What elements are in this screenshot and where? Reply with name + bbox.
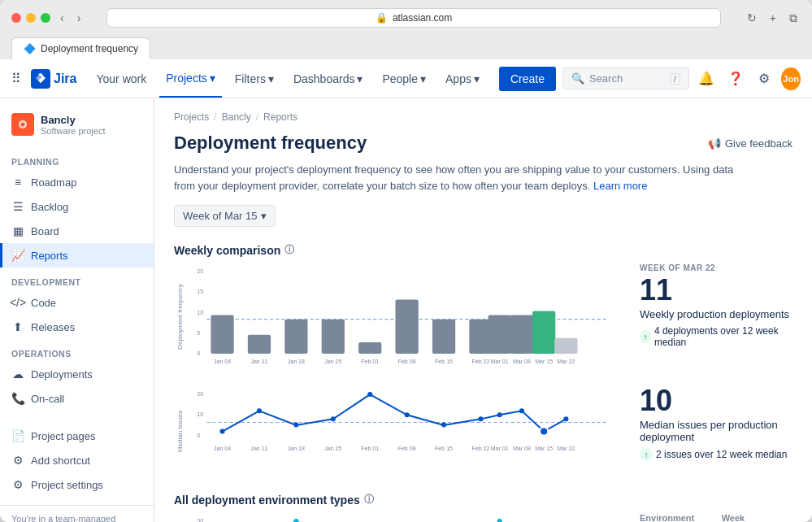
refresh-button[interactable]: ↻ — [744, 10, 760, 26]
tabs-button[interactable]: ⧉ — [786, 10, 801, 27]
svg-text:Jan 25: Jan 25 — [324, 446, 341, 451]
new-tab-button[interactable]: + — [766, 10, 779, 26]
env-line-chart-area: 30 20 — [174, 513, 617, 522]
close-button[interactable] — [11, 13, 21, 23]
address-bar[interactable]: 🔒 atlassian.com — [106, 8, 720, 28]
minimize-button[interactable] — [26, 13, 36, 23]
search-box[interactable]: 🔍 Search / — [562, 67, 689, 89]
week-selector[interactable]: Week of Mar 15 ▾ — [174, 205, 276, 227]
learn-more-link[interactable]: Learn more — [593, 180, 647, 192]
issues-chart-wrapper: Median issues 20 10 0 — [174, 386, 792, 480]
avatar[interactable]: Jon — [781, 67, 801, 90]
browser-tab[interactable]: 🔷 Deployment frequency — [11, 37, 150, 59]
jira-logo[interactable]: Jira — [31, 69, 76, 89]
svg-text:Mar 15: Mar 15 — [535, 446, 553, 451]
notifications-button[interactable]: 🔔 — [696, 66, 718, 92]
sidebar-label-code: Code — [31, 297, 56, 309]
sidebar-item-on-call[interactable]: 📞 On-call — [0, 386, 154, 411]
bar-jan25 — [322, 320, 345, 354]
svg-text:10: 10 — [197, 412, 203, 418]
reports-icon: 📈 — [11, 249, 24, 262]
sidebar-label-on-call: On-call — [31, 393, 64, 405]
sidebar-item-deployments[interactable]: ☁ Deployments — [0, 362, 154, 386]
test-point-9 — [497, 519, 502, 522]
sidebar-item-board[interactable]: ▦ Board — [0, 219, 154, 243]
sidebar-item-project-settings[interactable]: ⚙ Project settings — [0, 472, 154, 497]
roadmap-icon: ≡ — [11, 176, 24, 189]
svg-text:Jan 04: Jan 04 — [214, 446, 231, 451]
bar-mar15 — [532, 311, 555, 354]
svg-text:Mar 08: Mar 08 — [513, 359, 531, 364]
svg-point-1 — [21, 123, 25, 127]
page-title-row: Deployment frequency 📢 Give feedback — [174, 133, 792, 154]
feedback-button[interactable]: 📢 Give feedback — [708, 137, 792, 150]
nav-filters[interactable]: Filters ▾ — [228, 72, 280, 85]
breadcrumb-projects[interactable]: Projects — [174, 111, 209, 123]
point-feb15 — [441, 423, 446, 428]
point-jan04 — [220, 429, 225, 434]
forward-button[interactable]: › — [74, 10, 85, 26]
point-mar22 — [563, 417, 568, 422]
sidebar-item-roadmap[interactable]: ≡ Roadmap — [0, 170, 154, 194]
point-feb08 — [405, 412, 410, 417]
sidebar-item-project-pages[interactable]: 📄 Project pages — [0, 424, 154, 448]
planning-section-label: PLANNING — [0, 147, 154, 170]
code-icon: </> — [11, 296, 24, 309]
project-header: Bancly Software project — [0, 108, 154, 147]
breadcrumb-bancly[interactable]: Bancly — [222, 111, 251, 123]
search-label: Search — [589, 72, 623, 85]
back-button[interactable]: ‹ — [57, 10, 67, 26]
sidebar-label-board: Board — [31, 225, 59, 237]
maximize-button[interactable] — [41, 13, 50, 23]
svg-text:0: 0 — [197, 433, 200, 438]
sidebar-item-add-shortcut[interactable]: ⚙ Add shortcut — [0, 448, 154, 472]
jira-logo-text: Jira — [54, 72, 76, 86]
nav-your-work[interactable]: Your work — [89, 72, 153, 85]
page-description: Understand your project's deployment fre… — [174, 162, 743, 194]
sidebar-label-deployments: Deployments — [31, 368, 93, 381]
bar-jan11 — [248, 335, 271, 354]
issues-chart-area: Median issues 20 10 0 — [174, 386, 617, 480]
stat-label-deployments: Weekly production deployments — [640, 308, 792, 320]
tab-title: Deployment frequency — [41, 43, 138, 54]
env-info-icon[interactable]: ⓘ — [364, 493, 374, 507]
sidebar-label-project-pages: Project pages — [31, 430, 96, 442]
development-section-label: DEVELOPMENT — [0, 268, 154, 290]
nav-projects[interactable]: Projects ▾ — [159, 59, 222, 98]
sidebar-footer-text: You're in a team-managed project — [11, 514, 142, 522]
svg-text:Feb 01: Feb 01 — [361, 359, 379, 364]
url-text: atlassian.com — [393, 12, 452, 24]
stat-week-label: WEEK OF MAR 22 — [640, 263, 792, 272]
feedback-icon: 📢 — [708, 137, 721, 150]
point-feb22 — [478, 417, 483, 422]
sidebar-item-reports[interactable]: 📈 Reports — [0, 243, 154, 268]
backlog-icon: ☰ — [11, 200, 24, 213]
nav-apps[interactable]: Apps ▾ — [439, 72, 486, 85]
board-icon: ▦ — [11, 224, 24, 237]
create-button[interactable]: Create — [499, 67, 556, 91]
project-name: Bancly — [41, 114, 105, 126]
settings-button[interactable]: ⚙ — [753, 66, 775, 92]
top-navigation: ⠿ Jira Your work Projects ▾ Filters ▾ Da… — [0, 59, 812, 98]
sidebar-item-backlog[interactable]: ☰ Backlog — [0, 194, 154, 219]
feedback-label: Give feedback — [725, 137, 792, 150]
nav-dashboards[interactable]: Dashboards ▾ — [287, 72, 370, 85]
nav-people[interactable]: People ▾ — [376, 72, 432, 85]
svg-text:Feb 15: Feb 15 — [435, 359, 453, 364]
stat-number-issues: 10 — [640, 386, 792, 415]
bar-mar08 — [510, 315, 533, 354]
svg-text:5: 5 — [197, 330, 200, 336]
breadcrumb-sep2: / — [256, 111, 258, 123]
bar-feb01 — [358, 342, 381, 354]
grid-icon[interactable]: ⠿ — [11, 71, 21, 86]
env-legend-stats: Environment type Week Deployments Develo… — [630, 513, 792, 522]
sidebar-item-code[interactable]: </> Code — [0, 290, 154, 315]
week-label: Week of Mar 15 — [183, 210, 258, 222]
sidebar-item-releases[interactable]: ⬆ Releases — [0, 315, 154, 339]
info-icon[interactable]: ⓘ — [284, 243, 294, 257]
col-env-type: Environment type — [640, 513, 706, 522]
issues-polyline — [223, 394, 567, 431]
svg-text:Mar 01: Mar 01 — [491, 446, 509, 451]
svg-text:30: 30 — [197, 518, 203, 522]
help-button[interactable]: ❓ — [724, 66, 746, 92]
